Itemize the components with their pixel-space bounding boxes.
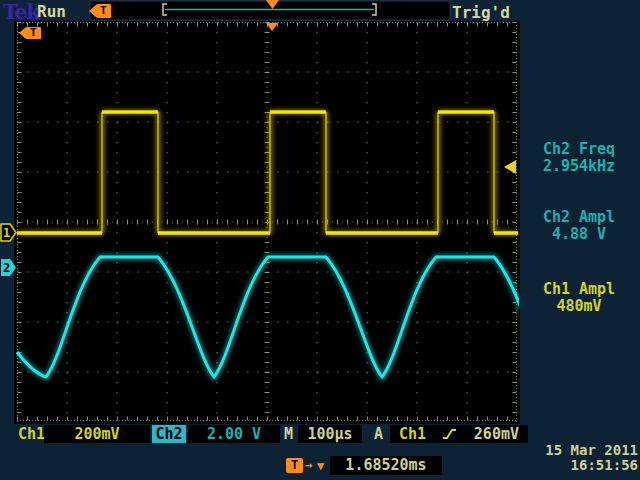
header-trigger-t-icon: T xyxy=(100,5,107,17)
measurement-value: 480mV xyxy=(520,298,638,315)
triangle-down-icon: ▼ xyxy=(317,459,324,474)
timebase-readout: 100µs xyxy=(298,425,362,443)
arrow-right-icon: → xyxy=(305,458,312,473)
trigger-source: Ch1 xyxy=(399,425,426,443)
delay-trigger-t-icon: T xyxy=(286,458,303,473)
acquisition-status: Run xyxy=(37,2,66,21)
timebase-label: M xyxy=(284,425,293,443)
time-text: 16:51:56 xyxy=(440,458,638,473)
ch2-scale-readout: 2.00 V xyxy=(188,425,280,443)
trigger-status: Trig'd xyxy=(452,3,510,22)
record-view-bar xyxy=(89,0,450,20)
measurement-label: Ch2 Freq xyxy=(520,141,638,158)
trigger-readout: Ch1 260mV xyxy=(390,425,528,443)
datetime-display: 15 Mar 2011 16:51:56 xyxy=(440,443,638,473)
measurement-ch2-ampl: Ch2 Ampl 4.88 V xyxy=(520,209,638,243)
date-text: 15 Mar 2011 xyxy=(440,443,638,458)
measurement-value: 2.954kHz xyxy=(520,158,638,175)
ch1-marker-label: 1 xyxy=(3,226,10,240)
ch2-marker-label: 2 xyxy=(3,261,10,275)
measurement-label: Ch1 Ampl xyxy=(520,281,638,298)
ch2-label-badge: Ch2 xyxy=(152,425,186,443)
delay-time-readout: 1.68520ms xyxy=(330,456,442,475)
measurement-ch2-freq: Ch2 Freq 2.954kHz xyxy=(520,141,638,175)
measurement-ch1-ampl: Ch1 Ampl 480mV xyxy=(520,281,638,315)
ch1-label: Ch1 xyxy=(18,425,45,443)
graticule-trigger-t-icon: T xyxy=(30,27,37,39)
measurement-label: Ch2 Ampl xyxy=(520,209,638,226)
trigger-mode-label: A xyxy=(374,425,383,443)
rising-slope-icon xyxy=(442,426,457,442)
ch1-scale-readout: 200mV xyxy=(44,425,150,443)
oscilloscope-screen: Tek Run T Trig'd T 1 2 Ch2 Freq 2.954kHz… xyxy=(0,0,640,480)
trigger-level: 260mV xyxy=(474,425,519,443)
tek-logo: Tek xyxy=(3,0,39,24)
measurement-value: 4.88 V xyxy=(520,226,638,243)
